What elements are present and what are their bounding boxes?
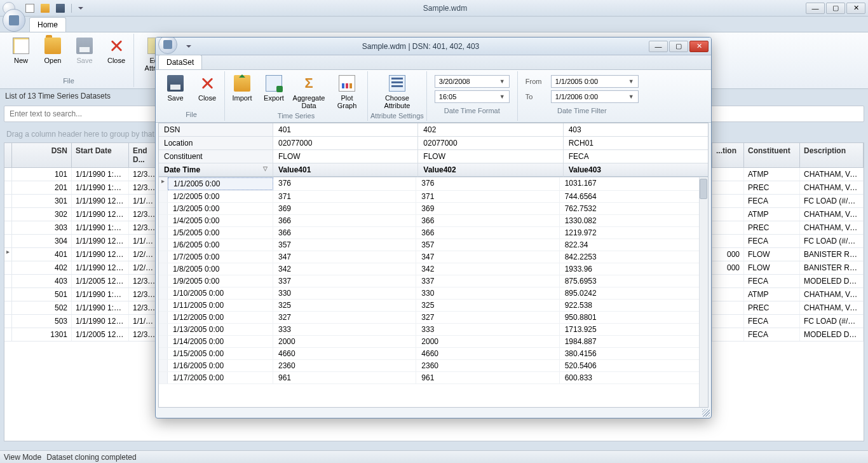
col-constituent[interactable]: Constituent <box>744 143 800 167</box>
open-button[interactable]: Open <box>38 35 67 76</box>
minimize-button[interactable]: — <box>806 3 825 14</box>
qat-new-icon[interactable] <box>25 4 34 13</box>
data-row[interactable]: 1/13/2005 0:003333331713.925 <box>159 324 708 336</box>
plot-graph-button[interactable]: Plot Graph <box>329 73 365 111</box>
chevron-down-icon: ▼ <box>499 78 505 85</box>
timeseries-grid[interactable]: DSN 401 402 403 Location 02077000 020770… <box>158 123 709 408</box>
main-ribbon-tabs: Home <box>0 17 868 32</box>
data-rows[interactable]: ▸1/1/2005 0:003763761031.1671/2/2005 0:0… <box>159 177 708 407</box>
data-row[interactable]: 1/14/2005 0:00200020001984.887 <box>159 336 708 348</box>
child-group-file: Save Close File <box>158 71 225 121</box>
status-bar: View Mode Dataset cloning completed <box>0 450 868 463</box>
child-ribbon: Save Close File Import Export Aggregate … <box>156 69 711 123</box>
data-row[interactable]: 1/15/2005 0:0046604660380.4156 <box>159 348 708 360</box>
child-close-button[interactable]: ✕ <box>689 41 709 52</box>
qat-open-icon[interactable] <box>41 4 50 13</box>
col-dsn[interactable]: DSN <box>12 143 72 167</box>
close-button[interactable]: ✕ <box>846 3 865 14</box>
to-label: To <box>526 93 547 100</box>
dataset-detail-window: Sample.wdm | DSN: 401, 402, 403 — ▢ ✕ Da… <box>155 37 712 418</box>
ribbon-tab-home[interactable]: Home <box>29 17 66 32</box>
data-row[interactable]: 1/4/2005 0:003663661330.082 <box>159 215 708 227</box>
filter-icon[interactable]: ▽ <box>263 165 268 172</box>
ribbon-group-file: New Open Save Close File <box>4 34 134 87</box>
import-button[interactable]: Import <box>227 73 257 111</box>
scrollbar-thumb[interactable] <box>700 179 707 199</box>
col-start-date[interactable]: Start Date <box>72 143 129 167</box>
data-row[interactable]: 1/9/2005 0:00337337875.6953 <box>159 275 708 287</box>
data-row[interactable]: 1/17/2005 0:00961961600.833 <box>159 372 708 384</box>
main-window-title: Sample.wdm <box>85 4 806 13</box>
child-ribbon-tabs: DataSet <box>156 55 711 69</box>
child-maximize-button[interactable]: ▢ <box>669 41 688 52</box>
col-location[interactable]: ...tion <box>712 143 744 167</box>
data-row[interactable]: 1/2/2005 0:00371371744.6564 <box>159 191 708 203</box>
ribbon-tab-dataset[interactable]: DataSet <box>158 55 202 69</box>
maximize-button[interactable]: ▢ <box>826 3 845 14</box>
child-group-timeseries: Import Export Aggregate Data Plot Graph … <box>225 71 368 121</box>
qat-separator <box>71 4 72 13</box>
data-row[interactable]: 1/12/2005 0:00327327950.8801 <box>159 312 708 324</box>
data-row[interactable]: ▸1/1/2005 0:003763761031.167 <box>159 177 708 191</box>
child-group-attr: Choose Attribute Attribute Settings <box>368 71 427 121</box>
child-group-datetime-format: 3/20/2008▼ 16:05▼ Date Time Format <box>427 71 518 121</box>
col-description[interactable]: Description <box>800 143 864 167</box>
chevron-down-icon: ▼ <box>499 93 505 100</box>
scrollbar[interactable] <box>699 177 708 407</box>
new-button[interactable]: New <box>6 35 36 76</box>
data-row[interactable]: 1/3/2005 0:00369369762.7532 <box>159 203 708 215</box>
child-orb[interactable] <box>158 37 177 54</box>
child-titlebar: Sample.wdm | DSN: 401, 402, 403 — ▢ ✕ <box>156 38 711 55</box>
main-titlebar: Sample.wdm — ▢ ✕ <box>0 0 868 17</box>
qat-save-icon[interactable] <box>56 4 65 13</box>
child-qat-dropdown-icon[interactable] <box>186 42 193 51</box>
child-save-button[interactable]: Save <box>161 73 190 109</box>
child-close-ribbon-button[interactable]: Close <box>193 73 222 109</box>
resize-grip[interactable] <box>702 409 710 417</box>
status-mode: View Mode <box>4 453 41 462</box>
to-date-combo[interactable]: 1/1/2006 0:00▼ <box>551 90 639 103</box>
data-row[interactable]: 1/5/2005 0:003663661219.972 <box>159 227 708 239</box>
data-row[interactable]: 1/11/2005 0:00325325922.538 <box>159 300 708 312</box>
app-orb-button[interactable] <box>3 9 25 32</box>
status-message: Dataset cloning completed <box>46 453 136 462</box>
data-row[interactable]: 1/6/2005 0:00357357822.34 <box>159 239 708 251</box>
meta-header: DSN 401 402 403 Location 02077000 020770… <box>159 123 708 177</box>
quick-access-toolbar <box>25 4 85 13</box>
data-row[interactable]: 1/8/2005 0:003423421933.96 <box>159 263 708 275</box>
data-row[interactable]: 1/10/2005 0:00330330895.0242 <box>159 287 708 300</box>
date-format-combo[interactable]: 3/20/2008▼ <box>435 75 510 88</box>
data-row[interactable]: 1/7/2005 0:00347347842.2253 <box>159 251 708 263</box>
from-label: From <box>526 78 547 85</box>
qat-dropdown-icon[interactable] <box>78 4 85 13</box>
group-label-file: File <box>63 76 74 86</box>
export-button[interactable]: Export <box>259 73 288 111</box>
time-format-combo[interactable]: 16:05▼ <box>435 90 510 103</box>
chevron-down-icon: ▼ <box>628 93 634 100</box>
chevron-down-icon: ▼ <box>628 78 634 85</box>
choose-attribute-button[interactable]: Choose Attribute <box>376 73 419 111</box>
data-row[interactable]: 1/16/2005 0:0023602360520.5406 <box>159 360 708 372</box>
child-group-datetime-filter: From 1/1/2005 0:00▼ To 1/1/2006 0:00▼ Da… <box>518 71 646 121</box>
child-window-title: Sample.wdm | DSN: 401, 402, 403 <box>193 42 649 51</box>
close-button-ribbon[interactable]: Close <box>102 35 131 76</box>
save-button[interactable]: Save <box>70 35 99 76</box>
child-minimize-button[interactable]: — <box>649 41 668 52</box>
from-date-combo[interactable]: 1/1/2005 0:00▼ <box>551 75 639 88</box>
aggregate-button[interactable]: Aggregate Data <box>291 73 327 111</box>
